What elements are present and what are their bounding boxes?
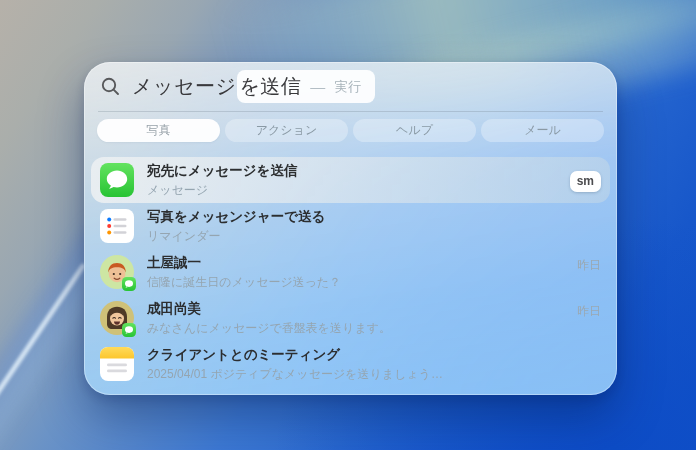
messages-mini-badge: [122, 323, 136, 337]
result-subtitle: メッセージ: [147, 182, 557, 199]
messages-mini-badge: [122, 277, 136, 291]
filter-chips: 写真 アクション ヘルプ メール: [84, 112, 617, 149]
result-text: クライアントとのミーティング 2025/04/01 ポジティブなメッセージを送り…: [147, 346, 601, 383]
search-action-hint: 実行: [335, 78, 362, 96]
spotlight-window: メッセージを送信—実行 写真 アクション ヘルプ メール 宛先にメッセージを送信…: [84, 62, 617, 395]
result-subtitle: 2025/04/01 ポジティブなメッセージを送りましょう…: [147, 366, 601, 383]
result-row-send-message[interactable]: 宛先にメッセージを送信 メッセージ sm: [91, 157, 610, 203]
contact-avatar-memoji: [100, 255, 134, 289]
notes-app-icon: [100, 347, 134, 381]
result-text: 宛先にメッセージを送信 メッセージ: [147, 162, 557, 199]
result-date: 昨日: [577, 258, 601, 272]
result-subtitle: みなさんにメッセージで香盤表を送ります。: [147, 320, 564, 337]
result-date: 昨日: [577, 304, 601, 318]
result-text: 写真をメッセンジャーで送る リマインダー: [147, 208, 601, 245]
search-separator: —: [310, 78, 326, 95]
result-meta: sm: [570, 171, 601, 189]
result-subtitle: リマインダー: [147, 228, 601, 245]
search-bar[interactable]: メッセージを送信—実行: [84, 62, 617, 111]
reminders-app-icon: [100, 209, 134, 243]
result-meta: 昨日: [577, 295, 601, 320]
filter-chip-actions[interactable]: アクション: [225, 119, 348, 142]
contact-avatar-memoji: [100, 301, 134, 335]
shortcut-badge: sm: [570, 171, 601, 192]
search-completion-pill[interactable]: を送信—実行: [237, 70, 374, 103]
result-row-note[interactable]: クライアントとのミーティング 2025/04/01 ポジティブなメッセージを送り…: [91, 341, 610, 387]
result-title: 成田尚美: [147, 300, 564, 318]
result-title: クライアントとのミーティング: [147, 346, 601, 364]
result-subtitle: 信隆に誕生日のメッセージ送った？: [147, 274, 564, 291]
result-meta: 昨日: [577, 249, 601, 274]
result-title: 土屋誠一: [147, 254, 564, 272]
result-row-reminder[interactable]: 写真をメッセンジャーで送る リマインダー: [91, 203, 610, 249]
desktop: { "colors": { "wallpaper_deep_blue": "#1…: [0, 0, 696, 450]
search-query-text: メッセージ: [132, 73, 236, 100]
result-text: 土屋誠一 信隆に誕生日のメッセージ送った？: [147, 254, 564, 291]
search-icon: [100, 76, 121, 97]
result-text: 成田尚美 みなさんにメッセージで香盤表を送ります。: [147, 300, 564, 337]
result-row-contact-1[interactable]: 土屋誠一 信隆に誕生日のメッセージ送った？ 昨日: [91, 249, 610, 295]
wallpaper-diagonal-line: [0, 263, 86, 450]
results-list: 宛先にメッセージを送信 メッセージ sm 写真: [84, 149, 617, 395]
messages-app-icon: [100, 163, 134, 197]
search-input[interactable]: メッセージを送信—実行: [132, 70, 375, 103]
result-title: 宛先にメッセージを送信: [147, 162, 557, 180]
result-title: 写真をメッセンジャーで送る: [147, 208, 601, 226]
result-row-contact-2[interactable]: 成田尚美 みなさんにメッセージで香盤表を送ります。 昨日: [91, 295, 610, 341]
filter-chip-mail[interactable]: メール: [481, 119, 604, 142]
filter-chip-photos[interactable]: 写真: [97, 119, 220, 142]
search-completion-text: を送信: [239, 73, 301, 100]
filter-chip-help[interactable]: ヘルプ: [353, 119, 476, 142]
